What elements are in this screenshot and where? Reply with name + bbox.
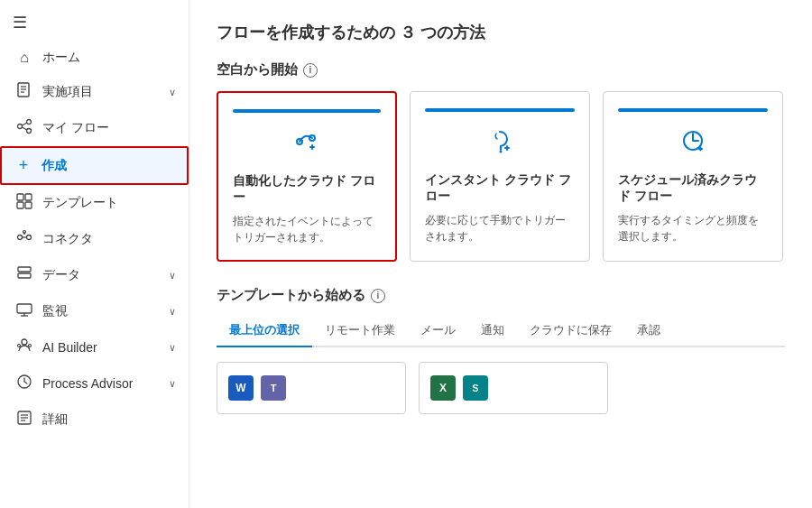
chevron-down-icon: ∨ <box>169 87 176 98</box>
sidebar-item-myflow[interactable]: マイ フロー <box>0 110 189 146</box>
sidebar-label-data: データ <box>42 267 160 283</box>
card-top-bar-instant <box>425 108 575 112</box>
sidebar-label-create: 作成 <box>42 158 174 174</box>
template-card-1[interactable]: W T <box>217 362 406 414</box>
template-cards-row: W T X S <box>217 362 785 414</box>
myflow-icon <box>15 118 33 138</box>
card-automated-title: 自動化したクラウド フロー <box>233 173 381 206</box>
sidebar-label-aibuilder: AI Builder <box>42 340 160 355</box>
svg-point-4 <box>18 125 23 129</box>
scheduled-flow-icon <box>618 125 768 163</box>
card-scheduled-title: スケジュール済みクラウド フロー <box>618 172 768 205</box>
hamburger-button[interactable]: ☰ <box>0 4 189 42</box>
automated-flow-icon <box>233 125 381 164</box>
sidebar-label-monitor: 監視 <box>42 303 160 319</box>
create-icon: + <box>14 156 32 175</box>
connector-icon <box>15 229 33 249</box>
sidebar-label-detail: 詳細 <box>42 411 176 428</box>
flow-cards-row: 自動化したクラウド フロー 指定されたイベントによってトリガーされます。 インス… <box>217 91 785 262</box>
card-top-bar-scheduled <box>618 108 768 112</box>
monitor-icon <box>15 301 33 321</box>
svg-point-13 <box>18 236 23 240</box>
svg-point-23 <box>22 339 27 345</box>
tab-notify[interactable]: 通知 <box>468 315 517 347</box>
sidebar-item-data[interactable]: データ ∨ <box>0 257 189 293</box>
tabs-row: 最上位の選択 リモート作業 メール 通知 クラウドに保存 承認 <box>217 315 785 347</box>
instant-flow-icon <box>425 125 575 163</box>
section-blank-title: 空白から開始 i <box>217 61 785 79</box>
aibuilder-icon <box>15 337 33 357</box>
tab-mail[interactable]: メール <box>408 315 468 347</box>
template-section: テンプレートから始める i 最上位の選択 リモート作業 メール 通知 クラウドに… <box>217 287 785 414</box>
main-content: フローを作成するための ３ つの方法 空白から開始 i 自動化したクラウド フロ… <box>189 0 812 508</box>
template-card-2[interactable]: X S <box>419 362 608 414</box>
card-instant[interactable]: インスタント クラウド フロー 必要に応じて手動でトリガーされます。 <box>410 91 590 262</box>
tab-top[interactable]: 最上位の選択 <box>217 315 312 347</box>
card-scheduled-desc: 実行するタイミングと頻度を選択します。 <box>618 212 768 245</box>
card-automated[interactable]: 自動化したクラウド フロー 指定されたイベントによってトリガーされます。 <box>217 91 397 262</box>
sidebar-label-processadvisor: Process Advisor <box>42 376 160 391</box>
svg-point-33 <box>500 151 503 153</box>
jisshi-icon <box>15 82 33 102</box>
chevron-down-icon-ai: ∨ <box>169 342 176 354</box>
sidebar-item-processadvisor[interactable]: Process Advisor ∨ <box>0 365 189 402</box>
section-blank-info-icon[interactable]: i <box>303 63 318 78</box>
processadvisor-icon <box>15 374 33 393</box>
svg-rect-11 <box>17 202 23 208</box>
chevron-down-icon-monitor: ∨ <box>169 306 176 318</box>
template-icon <box>15 193 33 213</box>
sharepoint-icon: S <box>463 375 488 401</box>
sidebar-item-detail[interactable]: 詳細 <box>0 402 189 438</box>
svg-rect-12 <box>25 202 32 208</box>
sidebar-item-template[interactable]: テンプレート <box>0 185 189 221</box>
sidebar-item-aibuilder[interactable]: AI Builder ∨ <box>0 329 189 365</box>
tab-approve[interactable]: 承認 <box>624 315 673 347</box>
sidebar-label-jisshi: 実施項目 <box>42 84 160 100</box>
sidebar-label-myflow: マイ フロー <box>42 120 176 136</box>
sidebar-item-monitor[interactable]: 監視 ∨ <box>0 293 189 329</box>
section-template-title: テンプレートから始める i <box>217 287 785 304</box>
svg-rect-10 <box>25 194 32 200</box>
card-instant-desc: 必要に応じて手動でトリガーされます。 <box>425 212 575 245</box>
svg-point-24 <box>18 345 21 347</box>
sidebar-item-home[interactable]: ⌂ ホーム <box>0 42 189 74</box>
page-title: フローを作成するための ３ つの方法 <box>217 22 785 43</box>
card-scheduled[interactable]: スケジュール済みクラウド フロー 実行するタイミングと頻度を選択します。 <box>603 91 783 262</box>
svg-rect-20 <box>17 304 32 313</box>
data-icon <box>15 265 33 285</box>
section-template-info-icon[interactable]: i <box>371 289 385 303</box>
svg-point-25 <box>29 345 32 347</box>
svg-line-7 <box>23 123 27 125</box>
svg-point-14 <box>27 236 32 240</box>
svg-point-6 <box>27 129 32 134</box>
tab-cloud[interactable]: クラウドに保存 <box>517 315 624 347</box>
word-icon: W <box>228 375 254 401</box>
excel-icon: X <box>430 375 456 401</box>
detail-icon <box>15 410 33 429</box>
sidebar: ☰ ⌂ ホーム 実施項目 ∨ マイ フロー <box>0 0 189 508</box>
svg-line-8 <box>23 127 27 130</box>
teams-icon: T <box>261 375 286 401</box>
tab-remote[interactable]: リモート作業 <box>312 315 408 347</box>
svg-rect-18 <box>18 267 31 272</box>
svg-rect-9 <box>17 194 23 200</box>
sidebar-label-home: ホーム <box>42 50 176 66</box>
sidebar-item-create[interactable]: + 作成 <box>0 146 189 185</box>
sidebar-label-connector: コネクタ <box>42 231 176 247</box>
card-top-bar-automated <box>233 109 381 113</box>
sidebar-label-template: テンプレート <box>42 195 176 211</box>
home-icon: ⌂ <box>15 50 33 66</box>
chevron-down-icon-process: ∨ <box>169 378 176 390</box>
card-automated-desc: 指定されたイベントによってトリガーされます。 <box>233 213 381 245</box>
chevron-down-icon-data: ∨ <box>169 270 176 282</box>
card-instant-title: インスタント クラウド フロー <box>425 172 575 205</box>
svg-point-5 <box>27 120 32 125</box>
sidebar-item-connector[interactable]: コネクタ <box>0 221 189 257</box>
svg-rect-19 <box>18 273 31 278</box>
sidebar-item-jisshi[interactable]: 実施項目 ∨ <box>0 74 189 110</box>
